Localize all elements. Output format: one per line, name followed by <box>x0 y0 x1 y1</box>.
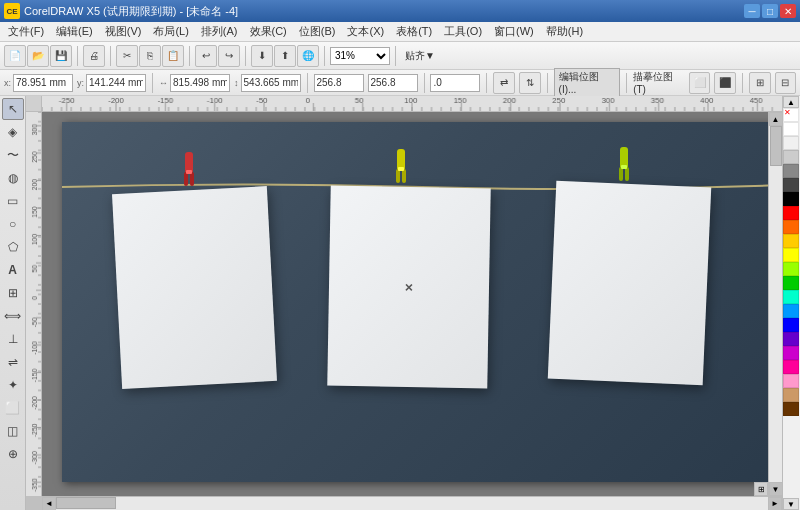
toolbar1: 📄 📂 💾 🖨 ✂ ⎘ 📋 ↩ ↪ ⬇ ⬆ 🌐 31% 50% 75% 100%… <box>0 42 800 70</box>
menu-file[interactable]: 文件(F) <box>2 22 50 41</box>
color-swatch-0[interactable] <box>783 122 799 136</box>
edit-bitmap-button[interactable]: 编辑位图(I)... <box>554 68 621 97</box>
new-button[interactable]: 📄 <box>4 45 26 67</box>
bitmap-mode-button[interactable]: ⬜ <box>689 72 711 94</box>
tool-dimension[interactable]: ⟺ <box>2 305 24 327</box>
color-swatch-14[interactable] <box>783 318 799 332</box>
prop-sep5 <box>547 73 548 93</box>
color-swatch-19[interactable] <box>783 388 799 402</box>
scroll-right-button[interactable]: ► <box>768 497 782 511</box>
title-left: CE CorelDRAW X5 (试用期限到期) - [未命名 -4] <box>4 3 238 19</box>
vertical-scrollbar[interactable]: ▲ ▼ <box>768 112 782 496</box>
tool-blend[interactable]: ⇌ <box>2 351 24 373</box>
h-icon: ↕ <box>234 78 239 88</box>
tool-text[interactable]: A <box>2 259 24 281</box>
color-swatch-2[interactable] <box>783 150 799 164</box>
color-swatch-10[interactable] <box>783 262 799 276</box>
palette-scroll-up[interactable]: ▲ <box>783 96 799 108</box>
color-swatch-8[interactable] <box>783 234 799 248</box>
cut-button[interactable]: ✂ <box>116 45 138 67</box>
mirror-h-button[interactable]: ⇄ <box>493 72 515 94</box>
tool-ellipse[interactable]: ○ <box>2 213 24 235</box>
open-button[interactable]: 📂 <box>27 45 49 67</box>
scale-w-input[interactable] <box>314 74 364 92</box>
color-swatch-18[interactable] <box>783 374 799 388</box>
snap-button[interactable]: 贴齐▼ <box>401 49 439 63</box>
w-input[interactable] <box>170 74 230 92</box>
angle-input[interactable] <box>430 74 480 92</box>
y-input[interactable] <box>86 74 146 92</box>
palette-scroll-down[interactable]: ▼ <box>783 498 799 510</box>
color-swatch-4[interactable] <box>783 178 799 192</box>
tool-smart-fill[interactable]: ◍ <box>2 167 24 189</box>
color-swatch-5[interactable] <box>783 192 799 206</box>
bitmap-effect-button[interactable]: ⬛ <box>714 72 736 94</box>
color-swatch-11[interactable] <box>783 276 799 290</box>
clipboard-buttons: ✂ ⎘ 📋 <box>116 45 184 67</box>
tool-rectangle[interactable]: ▭ <box>2 190 24 212</box>
tool-connector[interactable]: ⊥ <box>2 328 24 350</box>
minimize-button[interactable]: ─ <box>744 4 760 18</box>
tool-table[interactable]: ⊞ <box>2 282 24 304</box>
scroll-thumb-h[interactable] <box>56 497 116 509</box>
redo-button[interactable]: ↪ <box>218 45 240 67</box>
menu-text[interactable]: 文本(X) <box>341 22 390 41</box>
paste-button[interactable]: 📋 <box>162 45 184 67</box>
publish-button[interactable]: 🌐 <box>297 45 319 67</box>
history-buttons: ↩ ↪ <box>195 45 240 67</box>
tool-eyedrop[interactable]: ✦ <box>2 374 24 396</box>
color-swatch-1[interactable] <box>783 136 799 150</box>
menu-window[interactable]: 窗口(W) <box>488 22 540 41</box>
menu-table[interactable]: 表格(T) <box>390 22 438 41</box>
prop-btn2[interactable]: ⊟ <box>775 72 797 94</box>
color-swatch-9[interactable] <box>783 248 799 262</box>
tool-shape[interactable]: ◈ <box>2 121 24 143</box>
menu-view[interactable]: 视图(V) <box>99 22 148 41</box>
scroll-up-button[interactable]: ▲ <box>769 112 783 126</box>
color-swatch-7[interactable] <box>783 220 799 234</box>
color-swatch-17[interactable] <box>783 360 799 374</box>
zoom-select[interactable]: 31% 50% 75% 100% <box>330 47 390 65</box>
color-swatch-none[interactable]: ✕ <box>783 108 799 122</box>
tool-polygon[interactable]: ⬠ <box>2 236 24 258</box>
menu-layout[interactable]: 布局(L) <box>147 22 194 41</box>
undo-button[interactable]: ↩ <box>195 45 217 67</box>
canvas-content[interactable]: × <box>42 112 768 496</box>
menu-edit[interactable]: 编辑(E) <box>50 22 99 41</box>
tool-freehand[interactable]: 〜 <box>2 144 24 166</box>
menu-tools[interactable]: 工具(O) <box>438 22 488 41</box>
prop-btn1[interactable]: ⊞ <box>749 72 771 94</box>
import-button[interactable]: ⬇ <box>251 45 273 67</box>
color-swatch-16[interactable] <box>783 346 799 360</box>
color-swatch-12[interactable] <box>783 290 799 304</box>
print-button[interactable]: 🖨 <box>83 45 105 67</box>
menu-bitmap[interactable]: 位图(B) <box>293 22 342 41</box>
h-input[interactable] <box>241 74 301 92</box>
menu-effects[interactable]: 效果(C) <box>244 22 293 41</box>
menu-arrange[interactable]: 排列(A) <box>195 22 244 41</box>
tool-outline[interactable]: ⬜ <box>2 397 24 419</box>
mirror-v-button[interactable]: ⇅ <box>519 72 541 94</box>
paper-card-2: × <box>327 186 490 389</box>
scale-h-input[interactable] <box>368 74 418 92</box>
scroll-down-button[interactable]: ▼ <box>769 482 783 496</box>
scroll-thumb-v[interactable] <box>770 126 782 166</box>
scroll-left-button[interactable]: ◄ <box>42 497 56 511</box>
tool-fill[interactable]: ◫ <box>2 420 24 442</box>
clothespin-3 <box>615 147 633 187</box>
x-input[interactable] <box>13 74 73 92</box>
copy-button[interactable]: ⎘ <box>139 45 161 67</box>
tool-pick[interactable]: ↖ <box>2 98 24 120</box>
close-button[interactable]: ✕ <box>780 4 796 18</box>
color-swatch-13[interactable] <box>783 304 799 318</box>
center-mark: × <box>405 279 413 295</box>
save-button[interactable]: 💾 <box>50 45 72 67</box>
color-swatch-3[interactable] <box>783 164 799 178</box>
color-swatch-15[interactable] <box>783 332 799 346</box>
maximize-button[interactable]: □ <box>762 4 778 18</box>
menu-help[interactable]: 帮助(H) <box>540 22 589 41</box>
tool-zoom[interactable]: ⊕ <box>2 443 24 465</box>
export-button[interactable]: ⬆ <box>274 45 296 67</box>
color-swatch-20[interactable] <box>783 402 799 416</box>
color-swatch-6[interactable] <box>783 206 799 220</box>
